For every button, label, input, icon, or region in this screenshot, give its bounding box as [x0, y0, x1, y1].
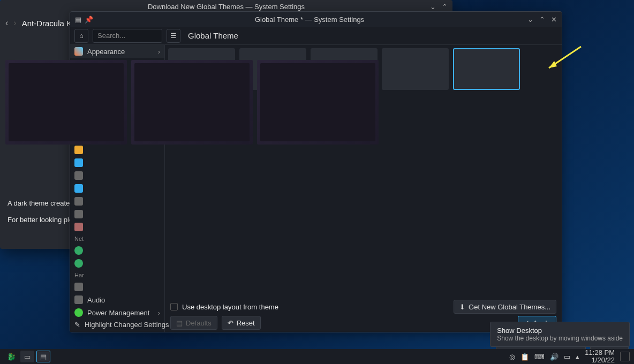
maximize-icon[interactable]: ⌃: [538, 16, 546, 23]
back-button[interactable]: ‹: [5, 18, 8, 28]
window-title: Global Theme * — System Settings: [93, 16, 526, 24]
sidebar-item-audio[interactable]: Audio: [70, 293, 164, 306]
screenshot-thumbnail[interactable]: [257, 60, 379, 145]
volume-icon[interactable]: 🔊: [550, 353, 558, 361]
keyboard-icon[interactable]: ⌨: [534, 353, 545, 361]
minimize-icon[interactable]: ⌄: [526, 16, 534, 23]
close-icon[interactable]: ✕: [550, 16, 557, 23]
annotation-arrow: [544, 44, 586, 76]
highlight-changed-button[interactable]: Highlight Changed Settings: [85, 321, 169, 329]
svg-marker-1: [549, 61, 557, 68]
page-title: Global Theme: [188, 31, 238, 40]
tooltip-title: Show Desktop: [497, 327, 623, 335]
defaults-button[interactable]: ▤ Defaults: [170, 316, 217, 330]
home-button[interactable]: ⌂: [74, 29, 88, 43]
titlebar[interactable]: ▤ 📌 Global Theme * — System Settings ⌄ ⌃…: [70, 12, 562, 27]
get-new-themes-button[interactable]: ⬇ Get New Global Themes...: [454, 300, 556, 314]
sidebar-item[interactable]: [70, 257, 164, 270]
tooltip-body: Show the desktop by moving windows aside: [497, 335, 623, 342]
sidebar-item[interactable]: [70, 280, 164, 293]
app-launcher-icon[interactable]: 🐉: [4, 351, 18, 362]
network-icon[interactable]: ▭: [564, 353, 570, 361]
minimize-icon[interactable]: ⌄: [429, 3, 436, 10]
sidebar-item[interactable]: [70, 182, 164, 195]
search-input[interactable]: Search...: [93, 29, 162, 43]
toolbar: ⌂ Search... ☰ Global Theme: [70, 27, 562, 45]
chevron-right-icon: ›: [158, 309, 160, 317]
sidebar-item-power[interactable]: Power Management›: [70, 306, 164, 319]
reset-button[interactable]: ↶ Reset: [222, 316, 261, 330]
clipboard-icon[interactable]: 📋: [520, 353, 529, 361]
screenshot-thumbnail[interactable]: [131, 60, 253, 145]
system-settings-window: ▤ 📌 Global Theme * — System Settings ⌄ ⌃…: [70, 11, 562, 332]
sidebar-item[interactable]: [70, 156, 164, 169]
show-desktop-tooltip: Show Desktop Show the desktop by moving …: [490, 322, 630, 347]
chevron-right-icon: ›: [158, 48, 160, 56]
clock[interactable]: 11:28 PM 1/20/22: [585, 349, 615, 364]
sidebar-group: Net: [70, 233, 164, 244]
task-button-active[interactable]: ▤: [36, 351, 50, 362]
maximize-icon[interactable]: ⌃: [441, 3, 448, 10]
checkbox-label: Use desktop layout from theme: [182, 303, 278, 311]
sidebar-item[interactable]: [70, 221, 164, 233]
sidebar-item-appearance[interactable]: Appearance ›: [70, 45, 164, 58]
theme-thumbnail[interactable]: [382, 48, 449, 90]
sidebar-item[interactable]: [70, 208, 164, 221]
pencil-icon: ✎: [74, 321, 80, 329]
forward-button[interactable]: ›: [13, 18, 16, 28]
screenshot-thumbnail[interactable]: [5, 60, 127, 145]
sidebar-group: Har: [70, 270, 164, 280]
task-button[interactable]: ▭: [20, 351, 34, 362]
pin-icon[interactable]: 📌: [85, 16, 93, 23]
sidebar-item[interactable]: [70, 244, 164, 257]
sidebar-item[interactable]: [70, 195, 164, 208]
theme-thumbnail-selected[interactable]: [453, 48, 520, 90]
dialog-title: Download New Global Themes — System Sett…: [148, 3, 305, 11]
dialog-titlebar[interactable]: Download New Global Themes — System Sett…: [0, 0, 452, 13]
desktop-layout-checkbox[interactable]: [170, 303, 178, 310]
tray-icon[interactable]: ◎: [509, 353, 515, 361]
expand-tray-icon[interactable]: ▴: [576, 353, 579, 361]
app-icon: ▤: [74, 16, 82, 23]
download-icon: ⬇: [459, 303, 465, 311]
sidebar-item[interactable]: [70, 143, 164, 156]
hamburger-button[interactable]: ☰: [167, 29, 180, 43]
show-desktop-button[interactable]: [620, 352, 630, 361]
sidebar-item[interactable]: [70, 169, 164, 182]
taskbar: 🐉 ▭ ▤ ◎ 📋 ⌨ 🔊 ▭ ▴ 11:28 PM 1/20/22: [0, 349, 634, 364]
